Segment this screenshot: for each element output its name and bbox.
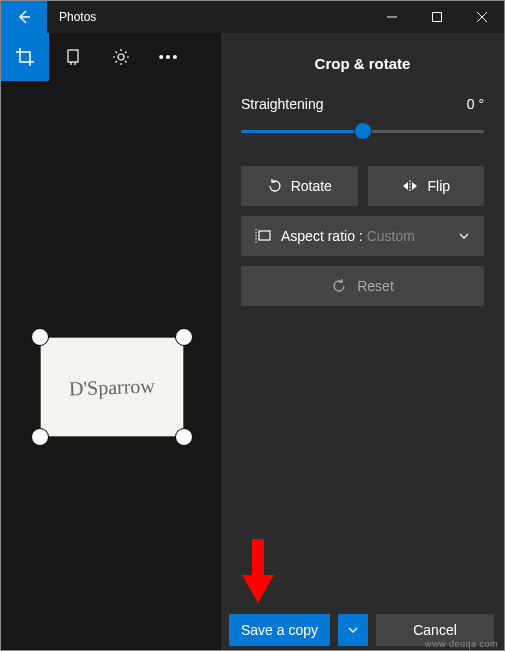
brightness-icon (112, 48, 130, 66)
back-button[interactable] (1, 1, 47, 33)
crop-border (40, 337, 184, 437)
crop-handle-top-right[interactable] (175, 328, 193, 346)
reset-button[interactable]: Reset (241, 266, 484, 306)
crop-handle-bottom-left[interactable] (31, 428, 49, 446)
svg-rect-18 (259, 231, 270, 240)
more-tools-button[interactable]: ••• (145, 33, 193, 81)
adjust-tool-button[interactable] (97, 33, 145, 81)
aspect-ratio-label: Aspect ratio : (281, 228, 363, 244)
save-copy-label: Save a copy (241, 622, 318, 638)
maximize-icon (432, 12, 442, 22)
svg-rect-2 (432, 13, 441, 22)
crop-selection[interactable]: D'Sparrow (31, 328, 193, 446)
photos-app-window: Photos (0, 0, 505, 651)
svg-line-16 (125, 52, 127, 54)
filters-icon (65, 49, 81, 65)
svg-line-14 (125, 61, 127, 63)
app-title: Photos (59, 10, 369, 24)
flip-label: Flip (427, 178, 450, 194)
aspect-ratio-button[interactable]: Aspect ratio : Custom (241, 216, 484, 256)
svg-line-15 (116, 61, 118, 63)
watermark-text: www deuqa com (425, 639, 498, 649)
crop-icon (16, 48, 34, 66)
straighten-row: Straightening 0 ° (241, 96, 484, 112)
aspect-ratio-value: Custom (367, 228, 415, 244)
straighten-value: 0 ° (467, 96, 484, 112)
rotate-label: Rotate (291, 178, 332, 194)
rotate-button[interactable]: Rotate (241, 166, 358, 206)
reset-icon (331, 278, 347, 294)
chevron-down-icon (458, 230, 470, 242)
reset-label: Reset (357, 278, 394, 294)
svg-rect-5 (68, 50, 78, 62)
cancel-label: Cancel (413, 622, 457, 638)
content-area: ••• D'Sparrow Crop & rotate Straightenin… (1, 33, 504, 651)
straighten-label: Straightening (241, 96, 324, 112)
back-arrow-icon (16, 9, 32, 25)
titlebar: Photos (1, 1, 504, 33)
crop-tool-button[interactable] (1, 33, 49, 81)
window-controls (369, 1, 504, 33)
minimize-icon (387, 12, 397, 22)
save-copy-button[interactable]: Save a copy (229, 614, 330, 646)
filters-tool-button[interactable] (49, 33, 97, 81)
close-icon (477, 12, 487, 22)
chevron-down-icon (347, 624, 359, 636)
minimize-button[interactable] (369, 1, 414, 33)
more-icon: ••• (159, 49, 180, 65)
edit-toolbar: ••• (1, 33, 221, 81)
crop-rotate-panel: Crop & rotate Straightening 0 ° Rotate F… (221, 33, 504, 651)
save-dropdown-button[interactable] (338, 614, 368, 646)
crop-handle-top-left[interactable] (31, 328, 49, 346)
canvas-panel: ••• D'Sparrow (1, 33, 221, 651)
svg-line-13 (116, 52, 118, 54)
straighten-slider[interactable] (241, 122, 484, 142)
slider-track-fill (241, 130, 363, 133)
aspect-ratio-icon (255, 229, 271, 243)
maximize-button[interactable] (414, 1, 459, 33)
panel-title: Crop & rotate (241, 55, 484, 72)
flip-icon (401, 179, 419, 193)
crop-handle-bottom-right[interactable] (175, 428, 193, 446)
flip-button[interactable]: Flip (368, 166, 485, 206)
close-button[interactable] (459, 1, 504, 33)
svg-point-8 (118, 54, 124, 60)
rotate-icon (267, 178, 283, 194)
slider-thumb[interactable] (354, 122, 372, 140)
